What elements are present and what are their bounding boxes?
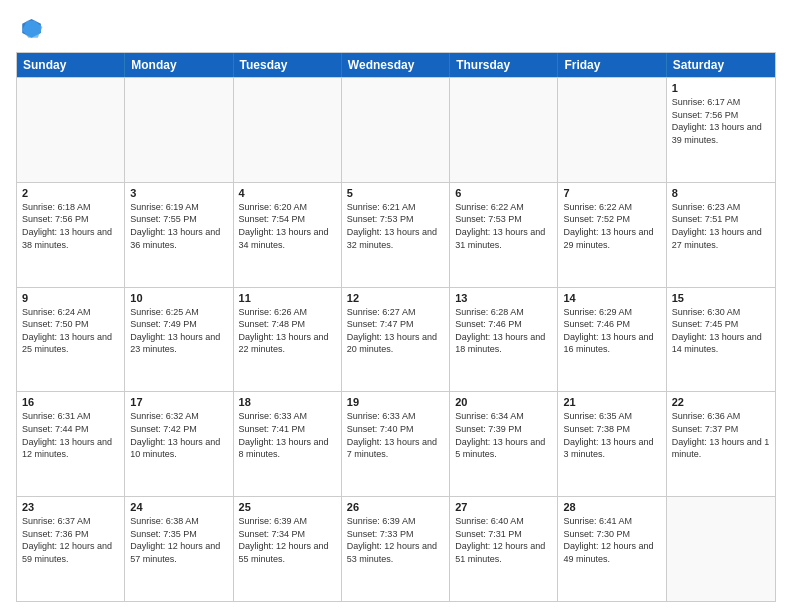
day-info: Sunrise: 6:29 AM Sunset: 7:46 PM Dayligh… [563,306,660,356]
cal-cell: 3Sunrise: 6:19 AM Sunset: 7:55 PM Daylig… [125,183,233,287]
cal-cell: 4Sunrise: 6:20 AM Sunset: 7:54 PM Daylig… [234,183,342,287]
cal-cell [17,78,125,182]
cal-cell: 27Sunrise: 6:40 AM Sunset: 7:31 PM Dayli… [450,497,558,601]
cal-cell: 13Sunrise: 6:28 AM Sunset: 7:46 PM Dayli… [450,288,558,392]
cal-cell: 1Sunrise: 6:17 AM Sunset: 7:56 PM Daylig… [667,78,775,182]
cal-cell [342,78,450,182]
cal-cell [125,78,233,182]
day-info: Sunrise: 6:20 AM Sunset: 7:54 PM Dayligh… [239,201,336,251]
cal-cell: 14Sunrise: 6:29 AM Sunset: 7:46 PM Dayli… [558,288,666,392]
cal-cell: 12Sunrise: 6:27 AM Sunset: 7:47 PM Dayli… [342,288,450,392]
cal-cell [558,78,666,182]
cal-cell: 19Sunrise: 6:33 AM Sunset: 7:40 PM Dayli… [342,392,450,496]
day-info: Sunrise: 6:37 AM Sunset: 7:36 PM Dayligh… [22,515,119,565]
cal-cell: 15Sunrise: 6:30 AM Sunset: 7:45 PM Dayli… [667,288,775,392]
cal-cell: 21Sunrise: 6:35 AM Sunset: 7:38 PM Dayli… [558,392,666,496]
day-info: Sunrise: 6:28 AM Sunset: 7:46 PM Dayligh… [455,306,552,356]
day-info: Sunrise: 6:27 AM Sunset: 7:47 PM Dayligh… [347,306,444,356]
day-info: Sunrise: 6:23 AM Sunset: 7:51 PM Dayligh… [672,201,770,251]
page: SundayMondayTuesdayWednesdayThursdayFrid… [0,0,792,612]
day-number: 8 [672,187,770,199]
calendar-body: 1Sunrise: 6:17 AM Sunset: 7:56 PM Daylig… [17,77,775,601]
day-number: 27 [455,501,552,513]
day-info: Sunrise: 6:33 AM Sunset: 7:40 PM Dayligh… [347,410,444,460]
day-number: 7 [563,187,660,199]
day-info: Sunrise: 6:24 AM Sunset: 7:50 PM Dayligh… [22,306,119,356]
day-info: Sunrise: 6:25 AM Sunset: 7:49 PM Dayligh… [130,306,227,356]
logo-icon [16,16,44,44]
header-day-saturday: Saturday [667,53,775,77]
cal-week-2: 2Sunrise: 6:18 AM Sunset: 7:56 PM Daylig… [17,182,775,287]
cal-cell: 17Sunrise: 6:32 AM Sunset: 7:42 PM Dayli… [125,392,233,496]
day-number: 12 [347,292,444,304]
day-number: 22 [672,396,770,408]
cal-cell: 16Sunrise: 6:31 AM Sunset: 7:44 PM Dayli… [17,392,125,496]
header-day-monday: Monday [125,53,233,77]
day-number: 23 [22,501,119,513]
day-number: 3 [130,187,227,199]
logo [16,16,48,44]
cal-cell: 6Sunrise: 6:22 AM Sunset: 7:53 PM Daylig… [450,183,558,287]
cal-cell: 7Sunrise: 6:22 AM Sunset: 7:52 PM Daylig… [558,183,666,287]
cal-cell [667,497,775,601]
day-info: Sunrise: 6:35 AM Sunset: 7:38 PM Dayligh… [563,410,660,460]
cal-week-4: 16Sunrise: 6:31 AM Sunset: 7:44 PM Dayli… [17,391,775,496]
cal-cell: 20Sunrise: 6:34 AM Sunset: 7:39 PM Dayli… [450,392,558,496]
day-number: 25 [239,501,336,513]
day-info: Sunrise: 6:19 AM Sunset: 7:55 PM Dayligh… [130,201,227,251]
cal-cell: 2Sunrise: 6:18 AM Sunset: 7:56 PM Daylig… [17,183,125,287]
cal-cell: 24Sunrise: 6:38 AM Sunset: 7:35 PM Dayli… [125,497,233,601]
day-info: Sunrise: 6:41 AM Sunset: 7:30 PM Dayligh… [563,515,660,565]
day-info: Sunrise: 6:21 AM Sunset: 7:53 PM Dayligh… [347,201,444,251]
cal-cell: 26Sunrise: 6:39 AM Sunset: 7:33 PM Dayli… [342,497,450,601]
cal-cell: 25Sunrise: 6:39 AM Sunset: 7:34 PM Dayli… [234,497,342,601]
day-info: Sunrise: 6:32 AM Sunset: 7:42 PM Dayligh… [130,410,227,460]
day-number: 18 [239,396,336,408]
calendar: SundayMondayTuesdayWednesdayThursdayFrid… [16,52,776,602]
day-number: 6 [455,187,552,199]
day-number: 21 [563,396,660,408]
cal-cell: 23Sunrise: 6:37 AM Sunset: 7:36 PM Dayli… [17,497,125,601]
day-info: Sunrise: 6:39 AM Sunset: 7:33 PM Dayligh… [347,515,444,565]
day-info: Sunrise: 6:31 AM Sunset: 7:44 PM Dayligh… [22,410,119,460]
day-number: 19 [347,396,444,408]
cal-cell: 10Sunrise: 6:25 AM Sunset: 7:49 PM Dayli… [125,288,233,392]
header-day-thursday: Thursday [450,53,558,77]
day-number: 10 [130,292,227,304]
day-info: Sunrise: 6:38 AM Sunset: 7:35 PM Dayligh… [130,515,227,565]
day-info: Sunrise: 6:30 AM Sunset: 7:45 PM Dayligh… [672,306,770,356]
header-day-wednesday: Wednesday [342,53,450,77]
cal-cell: 18Sunrise: 6:33 AM Sunset: 7:41 PM Dayli… [234,392,342,496]
cal-cell: 11Sunrise: 6:26 AM Sunset: 7:48 PM Dayli… [234,288,342,392]
day-info: Sunrise: 6:22 AM Sunset: 7:53 PM Dayligh… [455,201,552,251]
header-day-tuesday: Tuesday [234,53,342,77]
day-info: Sunrise: 6:18 AM Sunset: 7:56 PM Dayligh… [22,201,119,251]
cal-week-5: 23Sunrise: 6:37 AM Sunset: 7:36 PM Dayli… [17,496,775,601]
day-number: 16 [22,396,119,408]
cal-cell: 22Sunrise: 6:36 AM Sunset: 7:37 PM Dayli… [667,392,775,496]
header-day-friday: Friday [558,53,666,77]
day-info: Sunrise: 6:17 AM Sunset: 7:56 PM Dayligh… [672,96,770,146]
cal-cell: 9Sunrise: 6:24 AM Sunset: 7:50 PM Daylig… [17,288,125,392]
day-info: Sunrise: 6:34 AM Sunset: 7:39 PM Dayligh… [455,410,552,460]
day-number: 5 [347,187,444,199]
day-number: 14 [563,292,660,304]
day-number: 9 [22,292,119,304]
day-info: Sunrise: 6:22 AM Sunset: 7:52 PM Dayligh… [563,201,660,251]
cal-week-1: 1Sunrise: 6:17 AM Sunset: 7:56 PM Daylig… [17,77,775,182]
cal-cell [234,78,342,182]
day-number: 20 [455,396,552,408]
calendar-header: SundayMondayTuesdayWednesdayThursdayFrid… [17,53,775,77]
cal-cell: 8Sunrise: 6:23 AM Sunset: 7:51 PM Daylig… [667,183,775,287]
header-day-sunday: Sunday [17,53,125,77]
day-number: 26 [347,501,444,513]
cal-cell: 5Sunrise: 6:21 AM Sunset: 7:53 PM Daylig… [342,183,450,287]
cal-cell: 28Sunrise: 6:41 AM Sunset: 7:30 PM Dayli… [558,497,666,601]
day-number: 28 [563,501,660,513]
day-number: 17 [130,396,227,408]
day-info: Sunrise: 6:26 AM Sunset: 7:48 PM Dayligh… [239,306,336,356]
day-number: 11 [239,292,336,304]
day-number: 24 [130,501,227,513]
cal-week-3: 9Sunrise: 6:24 AM Sunset: 7:50 PM Daylig… [17,287,775,392]
day-number: 2 [22,187,119,199]
